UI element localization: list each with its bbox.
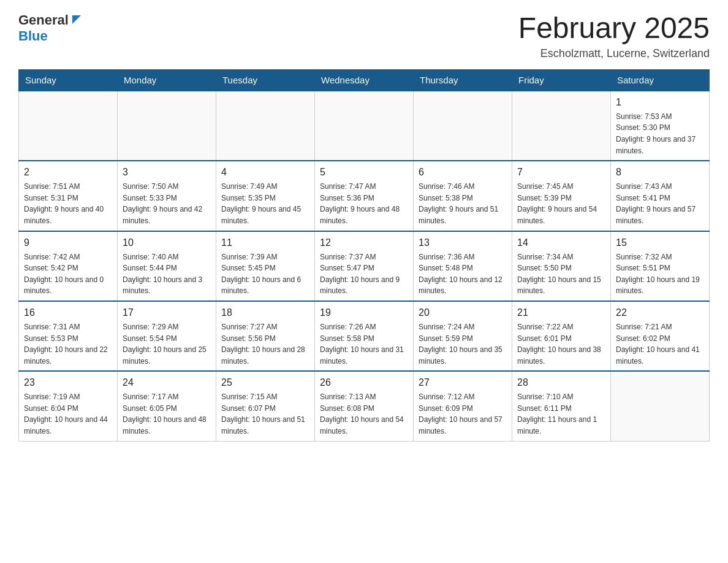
day-info: Sunrise: 7:53 AM Sunset: 5:30 PM Dayligh… [616, 111, 704, 156]
day-info: Sunrise: 7:42 AM Sunset: 5:42 PM Dayligh… [24, 251, 112, 297]
day-number: 12 [320, 236, 408, 250]
calendar-day-cell: 21Sunrise: 7:22 AM Sunset: 6:01 PM Dayli… [512, 301, 611, 371]
col-header-friday: Friday [512, 69, 611, 91]
calendar-table: SundayMondayTuesdayWednesdayThursdayFrid… [18, 69, 710, 442]
day-info: Sunrise: 7:34 AM Sunset: 5:50 PM Dayligh… [517, 251, 605, 297]
page-header: General Blue February 2025 Escholzmatt, … [18, 12, 710, 60]
day-info: Sunrise: 7:19 AM Sunset: 6:04 PM Dayligh… [24, 391, 112, 437]
calendar-day-cell: 11Sunrise: 7:39 AM Sunset: 5:45 PM Dayli… [216, 231, 315, 301]
day-info: Sunrise: 7:17 AM Sunset: 6:05 PM Dayligh… [123, 391, 211, 437]
day-number: 22 [616, 305, 704, 320]
day-number: 19 [320, 305, 408, 320]
day-info: Sunrise: 7:27 AM Sunset: 5:56 PM Dayligh… [221, 321, 309, 367]
calendar-day-cell: 14Sunrise: 7:34 AM Sunset: 5:50 PM Dayli… [512, 231, 611, 301]
calendar-day-cell [512, 91, 611, 161]
day-info: Sunrise: 7:46 AM Sunset: 5:38 PM Dayligh… [419, 181, 507, 226]
day-info: Sunrise: 7:26 AM Sunset: 5:58 PM Dayligh… [320, 321, 408, 367]
svg-marker-0 [72, 15, 81, 24]
calendar-day-cell: 15Sunrise: 7:32 AM Sunset: 5:51 PM Dayli… [611, 231, 710, 301]
day-info: Sunrise: 7:39 AM Sunset: 5:45 PM Dayligh… [221, 251, 309, 297]
calendar-day-cell: 5Sunrise: 7:47 AM Sunset: 5:36 PM Daylig… [315, 161, 414, 231]
day-info: Sunrise: 7:29 AM Sunset: 5:54 PM Dayligh… [123, 321, 211, 367]
day-info: Sunrise: 7:32 AM Sunset: 5:51 PM Dayligh… [616, 251, 704, 297]
title-block: February 2025 Escholzmatt, Lucerne, Swit… [518, 12, 710, 60]
day-number: 15 [616, 236, 704, 250]
day-info: Sunrise: 7:31 AM Sunset: 5:53 PM Dayligh… [24, 321, 112, 367]
day-info: Sunrise: 7:49 AM Sunset: 5:35 PM Dayligh… [221, 181, 309, 226]
calendar-day-cell: 1Sunrise: 7:53 AM Sunset: 5:30 PM Daylig… [611, 91, 710, 161]
calendar-day-cell: 12Sunrise: 7:37 AM Sunset: 5:47 PM Dayli… [315, 231, 414, 301]
day-info: Sunrise: 7:36 AM Sunset: 5:48 PM Dayligh… [419, 251, 507, 297]
day-number: 4 [221, 165, 309, 180]
calendar-day-cell [414, 91, 512, 161]
day-info: Sunrise: 7:12 AM Sunset: 6:09 PM Dayligh… [419, 391, 507, 437]
day-info: Sunrise: 7:15 AM Sunset: 6:07 PM Dayligh… [221, 391, 309, 437]
day-number: 24 [123, 375, 211, 390]
calendar-day-cell: 24Sunrise: 7:17 AM Sunset: 6:05 PM Dayli… [118, 371, 216, 441]
day-info: Sunrise: 7:21 AM Sunset: 6:02 PM Dayligh… [616, 321, 704, 367]
col-header-wednesday: Wednesday [315, 69, 414, 91]
calendar-day-cell: 2Sunrise: 7:51 AM Sunset: 5:31 PM Daylig… [19, 161, 118, 231]
calendar-day-cell: 7Sunrise: 7:45 AM Sunset: 5:39 PM Daylig… [512, 161, 611, 231]
day-number: 7 [517, 165, 605, 180]
calendar-day-cell: 13Sunrise: 7:36 AM Sunset: 5:48 PM Dayli… [414, 231, 512, 301]
calendar-day-cell: 16Sunrise: 7:31 AM Sunset: 5:53 PM Dayli… [19, 301, 118, 371]
calendar-day-cell: 26Sunrise: 7:13 AM Sunset: 6:08 PM Dayli… [315, 371, 414, 441]
day-number: 28 [517, 375, 605, 390]
location-subtitle: Escholzmatt, Lucerne, Switzerland [518, 47, 710, 60]
col-header-thursday: Thursday [414, 69, 512, 91]
calendar-day-cell: 18Sunrise: 7:27 AM Sunset: 5:56 PM Dayli… [216, 301, 315, 371]
calendar-day-cell: 3Sunrise: 7:50 AM Sunset: 5:33 PM Daylig… [118, 161, 216, 231]
day-number: 18 [221, 305, 309, 320]
calendar-day-cell [19, 91, 118, 161]
calendar-day-cell: 20Sunrise: 7:24 AM Sunset: 5:59 PM Dayli… [414, 301, 512, 371]
calendar-header-row: SundayMondayTuesdayWednesdayThursdayFrid… [19, 69, 710, 91]
calendar-day-cell [118, 91, 216, 161]
calendar-day-cell [315, 91, 414, 161]
day-info: Sunrise: 7:50 AM Sunset: 5:33 PM Dayligh… [123, 181, 211, 226]
day-info: Sunrise: 7:51 AM Sunset: 5:31 PM Dayligh… [24, 181, 112, 226]
day-number: 16 [24, 305, 112, 320]
day-number: 2 [24, 165, 112, 180]
day-info: Sunrise: 7:24 AM Sunset: 5:59 PM Dayligh… [419, 321, 507, 367]
month-title: February 2025 [518, 12, 710, 45]
day-number: 13 [419, 236, 507, 250]
day-info: Sunrise: 7:13 AM Sunset: 6:08 PM Dayligh… [320, 391, 408, 437]
logo-general: General [18, 12, 69, 28]
day-number: 21 [517, 305, 605, 320]
logo-blue: Blue [18, 28, 48, 44]
calendar-day-cell: 23Sunrise: 7:19 AM Sunset: 6:04 PM Dayli… [19, 371, 118, 441]
calendar-day-cell: 9Sunrise: 7:42 AM Sunset: 5:42 PM Daylig… [19, 231, 118, 301]
day-number: 23 [24, 375, 112, 390]
day-info: Sunrise: 7:47 AM Sunset: 5:36 PM Dayligh… [320, 181, 408, 226]
calendar-day-cell [611, 371, 710, 441]
calendar-day-cell: 10Sunrise: 7:40 AM Sunset: 5:44 PM Dayli… [118, 231, 216, 301]
logo-triangle-icon [70, 13, 81, 25]
day-number: 1 [616, 95, 704, 110]
logo: General Blue [18, 12, 81, 44]
day-info: Sunrise: 7:37 AM Sunset: 5:47 PM Dayligh… [320, 251, 408, 297]
day-number: 5 [320, 165, 408, 180]
calendar-day-cell: 22Sunrise: 7:21 AM Sunset: 6:02 PM Dayli… [611, 301, 710, 371]
day-number: 11 [221, 236, 309, 250]
calendar-week-row: 16Sunrise: 7:31 AM Sunset: 5:53 PM Dayli… [19, 301, 710, 371]
col-header-monday: Monday [118, 69, 216, 91]
day-number: 14 [517, 236, 605, 250]
calendar-day-cell [216, 91, 315, 161]
calendar-week-row: 1Sunrise: 7:53 AM Sunset: 5:30 PM Daylig… [19, 91, 710, 161]
calendar-week-row: 23Sunrise: 7:19 AM Sunset: 6:04 PM Dayli… [19, 371, 710, 441]
day-number: 6 [419, 165, 507, 180]
calendar-day-cell: 8Sunrise: 7:43 AM Sunset: 5:41 PM Daylig… [611, 161, 710, 231]
day-number: 25 [221, 375, 309, 390]
day-info: Sunrise: 7:22 AM Sunset: 6:01 PM Dayligh… [517, 321, 605, 367]
calendar-week-row: 2Sunrise: 7:51 AM Sunset: 5:31 PM Daylig… [19, 161, 710, 231]
day-number: 26 [320, 375, 408, 390]
day-number: 17 [123, 305, 211, 320]
calendar-day-cell: 27Sunrise: 7:12 AM Sunset: 6:09 PM Dayli… [414, 371, 512, 441]
day-number: 27 [419, 375, 507, 390]
calendar-day-cell: 28Sunrise: 7:10 AM Sunset: 6:11 PM Dayli… [512, 371, 611, 441]
day-info: Sunrise: 7:43 AM Sunset: 5:41 PM Dayligh… [616, 181, 704, 226]
day-number: 9 [24, 236, 112, 250]
day-number: 8 [616, 165, 704, 180]
day-info: Sunrise: 7:45 AM Sunset: 5:39 PM Dayligh… [517, 181, 605, 226]
